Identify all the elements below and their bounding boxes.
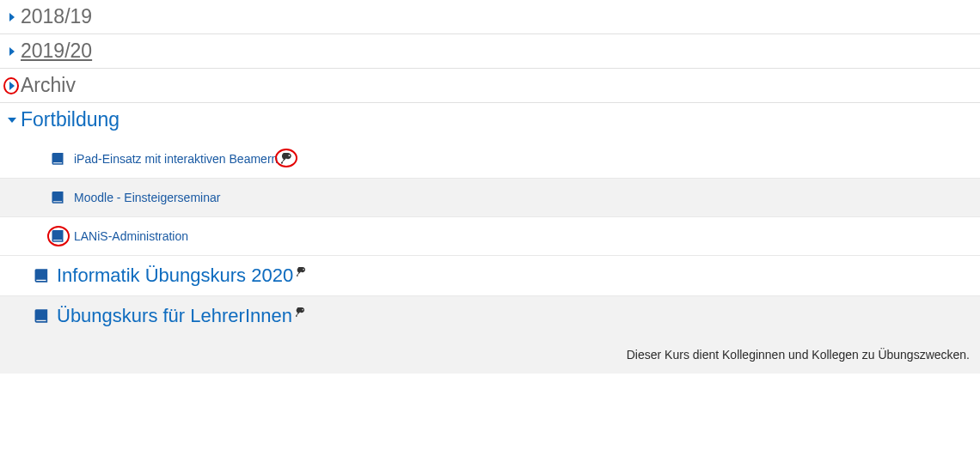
category-label: Fortbildung: [21, 108, 119, 131]
course-description-text: Dieser Kurs dient Kolleginnen und Kolleg…: [627, 348, 970, 362]
category-2018-19[interactable]: 2018/19: [0, 0, 980, 34]
course-item[interactable]: iPad-Einsatz mit interaktiven Beamern: [0, 140, 980, 179]
course-title: LANiS-Administration: [74, 229, 188, 243]
fortbildung-course-list: iPad-Einsatz mit interaktiven Beamern Mo…: [0, 140, 980, 256]
book-icon: [52, 152, 65, 166]
book-icon: [34, 308, 50, 324]
key-icon: [281, 153, 293, 165]
book-icon: [52, 229, 65, 243]
category-label: 2018/19: [21, 5, 92, 28]
category-archiv[interactable]: Archiv: [0, 69, 980, 103]
chevron-right-icon: [7, 46, 17, 57]
chevron-right-icon: [7, 81, 17, 91]
chevron-right-icon: [7, 12, 17, 22]
course-item-large[interactable]: Übungskurs für LehrerInnen: [0, 296, 980, 336]
key-icon: [296, 307, 306, 317]
course-item[interactable]: Moodle - Einsteigerseminar: [0, 179, 980, 217]
course-description: Dieser Kurs dient Kolleginnen und Kolleg…: [0, 336, 980, 374]
category-label: 2019/20: [21, 40, 92, 63]
course-title: iPad-Einsatz mit interaktiven Beamern: [74, 152, 278, 166]
category-fortbildung[interactable]: Fortbildung: [0, 103, 980, 137]
course-title: Moodle - Einsteigerseminar: [74, 191, 220, 204]
book-icon: [52, 191, 65, 204]
course-title: Übungskurs für LehrerInnen: [57, 305, 292, 327]
course-item[interactable]: LANiS-Administration: [0, 217, 980, 256]
category-label: Archiv: [21, 74, 76, 97]
chevron-down-icon: [7, 115, 17, 125]
course-title: Informatik Übungskurs 2020: [57, 264, 293, 287]
key-icon: [297, 266, 307, 277]
book-icon: [34, 268, 50, 283]
category-2019-20[interactable]: 2019/20: [0, 34, 980, 69]
course-item-large[interactable]: Informatik Übungskurs 2020: [0, 256, 980, 296]
